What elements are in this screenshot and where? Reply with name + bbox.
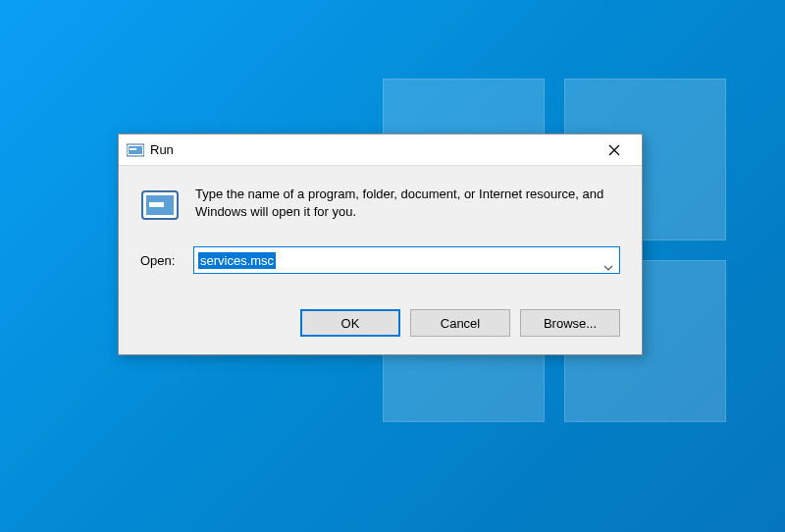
button-row: OK Cancel Browse... (119, 295, 642, 354)
cancel-button[interactable]: Cancel (410, 309, 510, 337)
run-icon (140, 186, 180, 225)
ok-button[interactable]: OK (300, 309, 400, 337)
dialog-content: Type the name of a program, folder, docu… (119, 166, 642, 295)
open-value: services.msc (198, 252, 276, 269)
open-combobox[interactable]: services.msc (193, 246, 620, 274)
title-bar: Run (119, 134, 642, 166)
svg-rect-2 (130, 148, 136, 150)
svg-rect-7 (149, 202, 164, 207)
browse-button[interactable]: Browse... (520, 309, 620, 337)
open-row: Open: services.msc (140, 246, 620, 274)
description-text: Type the name of a program, folder, docu… (195, 186, 620, 221)
run-title-icon (127, 143, 144, 157)
chevron-down-icon[interactable] (603, 257, 613, 263)
open-label: Open: (140, 253, 182, 268)
run-dialog: Run Type the name of a program, folder, … (118, 133, 643, 355)
title-text: Run (150, 142, 595, 157)
close-button[interactable] (595, 136, 634, 164)
description-row: Type the name of a program, folder, docu… (140, 186, 620, 225)
